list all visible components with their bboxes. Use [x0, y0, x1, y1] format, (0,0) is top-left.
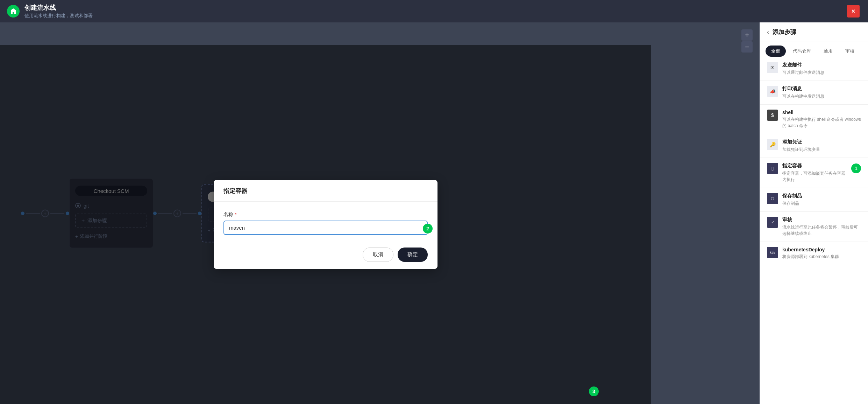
step-name-k8s: kubernetesDeploy — [782, 247, 861, 252]
container-icon: [] — [767, 163, 778, 174]
audit-icon: ✓ — [767, 217, 778, 228]
step-item-k8s[interactable]: k8s kubernetesDeploy 将资源部署到 kubernetes 集… — [760, 242, 868, 265]
step-info-container: 指定容器 指定容器，可添加嵌套任务在容器内执行 — [782, 163, 847, 183]
step-desc-print: 可以在构建中发送消息 — [782, 93, 861, 99]
step-info-artifact: 保存制品 保存制品 — [782, 193, 861, 207]
step-desc-k8s: 将资源部署到 kubernetes 集群 — [782, 253, 861, 260]
zoom-controls: + − — [741, 29, 753, 53]
tab-all[interactable]: 全部 — [766, 46, 786, 57]
step-name-audit: 审核 — [782, 217, 861, 223]
step-item-container[interactable]: [] 指定容器 指定容器，可添加嵌套任务在容器内执行 1 — [760, 158, 868, 188]
step-item-email[interactable]: ✉ 发送邮件 可以通过邮件发送消息 — [760, 57, 868, 81]
step-item-credentials[interactable]: 🔑 添加凭证 加载凭证到环境变量 — [760, 134, 868, 158]
modal-overlay: 指定容器 名称 * 2 3 取消 确定 — [0, 45, 651, 404]
header: 创建流水线 使用流水线进行构建，测试和部署 × — [0, 0, 868, 22]
tab-review[interactable]: 审核 — [840, 46, 860, 57]
pipeline-canvas: + − + Checkout SCM git + 添加步骤 + 添加并 — [0, 22, 760, 404]
step-desc-credentials: 加载凭证到环境变量 — [782, 146, 861, 153]
page-title: 创建流水线 — [24, 4, 93, 12]
label-text: 名称 — [223, 211, 233, 218]
step-desc-audit: 流水线运行至此任务将会暂停，审核后可选择继续或终止 — [782, 224, 861, 237]
step-desc-container: 指定容器，可添加嵌套任务在容器内执行 — [782, 170, 847, 183]
step-desc-shell: 可以在构建中执行 shell 命令或者 windows 的 batch 命令 — [782, 116, 861, 129]
modal-body: 名称 * 2 — [214, 202, 437, 242]
step-item-print[interactable]: 📣 打印消息 可以在构建中发送消息 — [760, 81, 868, 105]
print-icon: 📣 — [767, 86, 778, 97]
right-panel: ‹ 添加步骤 全部 代码仓库 通用 审核 ✉ 发送邮件 可以通过邮件发送消息 📣… — [760, 22, 868, 404]
logo — [7, 5, 20, 18]
step-item-audit[interactable]: ✓ 审核 流水线运行至此任务将会暂停，审核后可选择继续或终止 — [760, 212, 868, 242]
form-label-name: 名称 * — [223, 211, 428, 218]
back-arrow-icon[interactable]: ‹ — [767, 28, 769, 36]
step-info-audit: 审核 流水线运行至此任务将会暂停，审核后可选择继续或终止 — [782, 217, 861, 237]
input-wrapper: 2 — [223, 221, 428, 235]
step-name-print: 打印消息 — [782, 86, 861, 92]
step-desc-artifact: 保存制品 — [782, 200, 861, 207]
credentials-icon: 🔑 — [767, 139, 778, 150]
container-name-input[interactable] — [223, 221, 428, 235]
container-badge: 1 — [851, 163, 861, 173]
zoom-in-button[interactable]: + — [741, 29, 753, 41]
step-info-print: 打印消息 可以在构建中发送消息 — [782, 86, 861, 99]
tab-bar: 全部 代码仓库 通用 审核 — [760, 42, 868, 57]
page-subtitle: 使用流水线进行构建，测试和部署 — [24, 13, 93, 19]
right-panel-title: 添加步骤 — [773, 28, 796, 36]
k8s-icon: k8s — [767, 247, 778, 258]
step-name-credentials: 添加凭证 — [782, 139, 861, 145]
step-item-artifact[interactable]: ⬡ 保存制品 保存制品 — [760, 188, 868, 212]
step-name-container: 指定容器 — [782, 163, 847, 169]
step-info-k8s: kubernetesDeploy 将资源部署到 kubernetes 集群 — [782, 247, 861, 260]
step-desc-email: 可以通过邮件发送消息 — [782, 69, 861, 76]
required-mark: * — [235, 212, 236, 217]
artifact-icon: ⬡ — [767, 193, 778, 204]
tab-general[interactable]: 通用 — [818, 46, 838, 57]
shell-icon: $ — [767, 110, 778, 121]
tab-repo[interactable]: 代码仓库 — [787, 46, 817, 57]
close-button[interactable]: × — [847, 5, 860, 18]
right-panel-header: ‹ 添加步骤 — [760, 22, 868, 42]
step-name-artifact: 保存制品 — [782, 193, 861, 199]
input-badge: 2 — [423, 224, 433, 234]
zoom-out-button[interactable]: − — [741, 41, 753, 53]
confirm-button[interactable]: 确定 — [398, 248, 428, 262]
modal-footer: 3 取消 确定 — [214, 242, 437, 269]
title-group: 创建流水线 使用流水线进行构建，测试和部署 — [24, 4, 93, 19]
step-info-credentials: 添加凭证 加载凭证到环境变量 — [782, 139, 861, 153]
modal-container: 指定容器 名称 * 2 3 取消 确定 — [214, 180, 437, 269]
email-icon: ✉ — [767, 62, 778, 73]
step-name-email: 发送邮件 — [782, 62, 861, 68]
step-info-email: 发送邮件 可以通过邮件发送消息 — [782, 62, 861, 76]
modal-header: 指定容器 — [214, 180, 437, 202]
step-info-shell: shell 可以在构建中执行 shell 命令或者 windows 的 batc… — [782, 110, 861, 129]
cancel-button[interactable]: 取消 — [363, 248, 393, 262]
step-item-shell[interactable]: $ shell 可以在构建中执行 shell 命令或者 windows 的 ba… — [760, 105, 868, 134]
step-name-shell: shell — [782, 110, 861, 115]
